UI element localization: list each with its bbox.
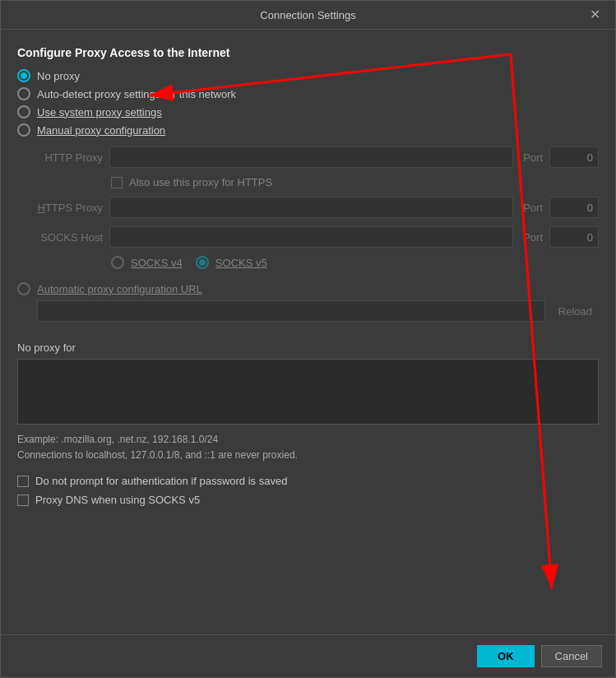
socks-port-input[interactable] [549, 226, 599, 248]
manual-proxy-radio[interactable] [17, 123, 30, 137]
also-https-row: Also use this proxy for HTTPS [111, 176, 599, 188]
https-proxy-label: HTTPS Proxy [37, 202, 103, 214]
http-proxy-row: HTTP Proxy Port [37, 146, 599, 168]
auto-detect-radio[interactable] [17, 87, 30, 100]
example-text: Example: .mozilla.org, .net.nz, 192.168.… [17, 432, 599, 463]
auth-label: Do not prompt for authentication if pass… [35, 475, 287, 487]
proxy-radio-group: No proxy Auto-detect proxy settings for … [17, 69, 599, 322]
socks-v4-radio[interactable] [111, 256, 124, 269]
auto-proxy-label: Automatic proxy configuration URL [37, 283, 202, 295]
auto-proxy-input-row: Reload [37, 300, 599, 322]
socks-v5-option[interactable]: SOCKS v5 [196, 256, 267, 269]
section-heading: Configure Proxy Access to the Internet [17, 46, 599, 59]
socks-host-row: SOCKS Host Port [37, 226, 599, 248]
auto-proxy-radio[interactable] [17, 282, 30, 295]
auto-proxy-url-input[interactable] [37, 300, 545, 322]
socks-v4-label: SOCKS v4 [131, 257, 183, 269]
http-port-label: Port [523, 151, 543, 164]
example-line2: Connections to localhost, 127.0.0.1/8, a… [17, 448, 599, 463]
manual-proxy-label: Manual proxy configuration [37, 124, 165, 137]
auto-proxy-option[interactable]: Automatic proxy configuration URL [17, 282, 599, 295]
use-system-radio[interactable] [17, 105, 30, 118]
socks-port-label: Port [523, 231, 543, 244]
http-proxy-input[interactable] [109, 146, 513, 168]
http-port-input[interactable] [549, 146, 599, 168]
cancel-button[interactable]: Cancel [541, 645, 602, 667]
no-proxy-option[interactable]: No proxy [17, 69, 599, 82]
dialog-content: Configure Proxy Access to the Internet N… [1, 30, 615, 634]
auth-checkbox[interactable] [17, 476, 29, 487]
no-proxy-label: No proxy [37, 70, 80, 82]
socks-v4-option[interactable]: SOCKS v4 [111, 256, 183, 269]
manual-proxy-option[interactable]: Manual proxy configuration [17, 123, 599, 137]
socks-host-label: SOCKS Host [37, 231, 103, 244]
https-proxy-input[interactable] [109, 197, 513, 218]
http-proxy-label: HTTP Proxy [37, 151, 103, 164]
no-proxy-textarea[interactable] [17, 359, 599, 425]
socks-v5-label: SOCKS v5 [215, 257, 267, 269]
also-https-checkbox[interactable] [111, 177, 123, 188]
socks-version-row: SOCKS v4 SOCKS v5 [111, 256, 599, 269]
use-system-label: Use system proxy settings [37, 106, 162, 118]
dialog-footer: OK Cancel [1, 634, 615, 677]
auto-detect-label: Auto-detect proxy settings for this netw… [37, 88, 236, 100]
also-https-label: Also use this proxy for HTTPS [129, 176, 272, 188]
no-proxy-for-label: No proxy for [17, 341, 599, 354]
dns-checkbox-row[interactable]: Proxy DNS when using SOCKS v5 [17, 494, 599, 506]
dns-label: Proxy DNS when using SOCKS v5 [35, 494, 200, 506]
https-port-input[interactable] [549, 197, 599, 218]
auth-checkbox-row[interactable]: Do not prompt for authentication if pass… [17, 475, 599, 487]
manual-config-section: HTTP Proxy Port Also use this proxy for … [37, 146, 599, 269]
close-button[interactable]: ✕ [585, 7, 605, 23]
socks-v5-radio[interactable] [196, 256, 209, 269]
https-proxy-row: HTTPS Proxy Port [37, 197, 599, 218]
use-system-option[interactable]: Use system proxy settings [17, 105, 599, 118]
no-proxy-radio[interactable] [17, 69, 30, 82]
connection-settings-dialog: Connection Settings ✕ Configure Proxy Ac… [0, 0, 616, 678]
https-port-label: Port [523, 202, 543, 214]
titlebar: Connection Settings ✕ [1, 1, 615, 30]
dns-checkbox[interactable] [17, 495, 29, 506]
ok-button[interactable]: OK [477, 645, 535, 667]
example-line1: Example: .mozilla.org, .net.nz, 192.168.… [17, 432, 599, 448]
auto-detect-option[interactable]: Auto-detect proxy settings for this netw… [17, 87, 599, 100]
no-proxy-section: No proxy for [17, 341, 599, 427]
bottom-checkboxes: Do not prompt for authentication if pass… [17, 475, 599, 506]
auto-proxy-section: Automatic proxy configuration URL Reload [17, 282, 599, 322]
dialog-title: Connection Settings [260, 9, 355, 21]
socks-host-input[interactable] [109, 226, 513, 248]
reload-button[interactable]: Reload [552, 302, 599, 321]
